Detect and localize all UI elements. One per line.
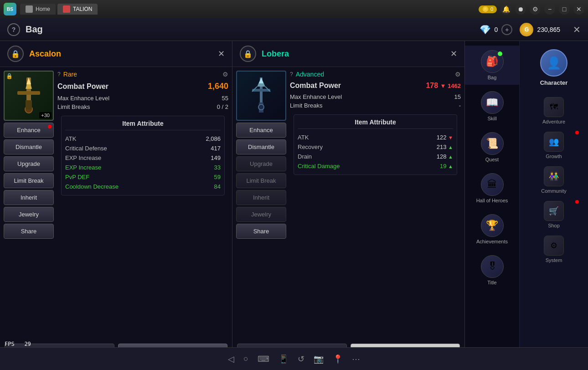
app-area: ? Bag 💎 0 + G 230,865 ✕ 🔒 Ascalon ✕	[0, 18, 588, 370]
content-area: 🔒 Ascalon ✕	[0, 41, 588, 370]
home-tab-icon	[26, 5, 33, 13]
bottom-bar: ◁ ○ ⌨ 📱 ↺ 📷 📍 ⋯	[0, 347, 588, 370]
ascalon-attr-critdef: Critical Defense 417	[65, 144, 221, 153]
bag-nav-icon: 🎒	[481, 50, 504, 73]
ascalon-share-button[interactable]: Share	[4, 224, 54, 239]
lobera-jewelry-button[interactable]: Jewelry	[236, 207, 286, 222]
record-button[interactable]: ⏺	[515, 4, 526, 15]
ascalon-limitbreak-button[interactable]: Limit Break	[4, 173, 54, 188]
lobera-upgrade-button[interactable]: Upgrade	[236, 156, 286, 171]
keyboard-button[interactable]: ⌨	[258, 354, 269, 364]
titlebar-controls: 🪙 0 🔔 ⏺ ⚙ − □ ✕	[479, 4, 584, 15]
lobera-header: 🔒 Lobera ✕	[232, 41, 464, 67]
nav-item-quest[interactable]: 📜 Quest	[465, 128, 519, 167]
character-main: 👤 Character	[521, 46, 586, 93]
screenshot-button[interactable]: 📷	[314, 354, 324, 364]
close-button[interactable]: ✕	[573, 4, 584, 15]
lobera-close-button[interactable]: ✕	[450, 49, 457, 59]
location-button[interactable]: 📍	[333, 354, 343, 364]
adventure-icon: 🗺	[544, 97, 564, 117]
lobera-limitbreaks-value: -	[459, 102, 461, 109]
ascalon-attr-cooldown: Cooldown Decrease 84	[65, 182, 221, 191]
bluestacks-logo: BS	[4, 3, 16, 15]
right-nav: 🎒 Bag 📖 Skill 📜 Quest	[465, 41, 588, 370]
lobera-panel: 🔒 Lobera ✕	[232, 41, 465, 370]
maximize-button[interactable]: □	[559, 4, 570, 15]
nav-item-achievements[interactable]: 🏆 Achievements	[465, 210, 519, 249]
bag-notification-dot	[498, 51, 502, 56]
lobera-limitbreak-button[interactable]: Limit Break	[236, 173, 286, 188]
lobera-settings-icon[interactable]: ⚙	[455, 71, 461, 78]
lobera-jewelry-label: Jewelry	[251, 211, 271, 218]
lobera-cp-label: Combat Power	[290, 82, 341, 90]
lobera-lock-icon[interactable]: 🔒	[240, 46, 256, 62]
shop-label: Shop	[548, 223, 560, 228]
lobera-dismantle-button[interactable]: Dismantle	[236, 139, 286, 154]
nav-item-adventure[interactable]: 🗺 Adventure	[521, 93, 586, 128]
lobera-share-button[interactable]: Share	[236, 224, 286, 239]
screen-button[interactable]: 📱	[279, 354, 289, 364]
nav-icons-column: 🎒 Bag 📖 Skill 📜 Quest	[465, 41, 520, 370]
lobera-cp-value: 178	[426, 82, 438, 89]
ascalon-close-button[interactable]: ✕	[218, 49, 225, 59]
nav-item-shop[interactable]: 🛒 Shop	[521, 197, 586, 232]
ascalon-attr-exp: EXP Increase 149	[65, 153, 221, 163]
ascalon-limitbreaks-row: Limit Breaks 0 / 2	[57, 103, 228, 110]
nav-item-growth[interactable]: 👥 Growth	[521, 128, 586, 163]
lobera-max-enhance-label: Max Enhance Level	[290, 93, 342, 100]
home-button[interactable]: ○	[243, 354, 248, 364]
ascalon-enhance-button[interactable]: Enhance	[4, 123, 54, 138]
notification-button[interactable]: 🔔	[500, 4, 511, 15]
rotate-button[interactable]: ↺	[298, 354, 304, 364]
lobera-inherit-button[interactable]: Inherit	[236, 190, 286, 205]
character-avatar-icon[interactable]: 👤	[540, 49, 567, 77]
game-tab[interactable]: TALION	[57, 4, 98, 15]
ascalon-max-enhance-label: Max Enhance Level	[57, 95, 109, 102]
help-button[interactable]: ?	[7, 23, 20, 36]
lobera-limitbreak-label: Limit Break	[246, 177, 276, 184]
system-icon: ⚙	[544, 236, 564, 256]
nav-item-title[interactable]: 🎖 Title	[465, 251, 519, 290]
ascalon-attr-exp-green: EXP Increase 33	[65, 163, 221, 172]
lobera-max-enhance-value: 15	[454, 93, 461, 100]
character-label: Character	[540, 79, 568, 86]
diamond-icon: 💎	[480, 24, 491, 35]
enhance-notification-dot	[48, 125, 52, 128]
ascalon-enhance-row: Max Enhance Level 55	[57, 95, 228, 102]
ascalon-level-badge: +30	[39, 112, 52, 118]
lobera-attr-atk: ATK 122 ▼	[298, 133, 453, 142]
lobera-quality: Advanced	[296, 71, 324, 78]
add-diamond-button[interactable]: +	[501, 24, 512, 35]
back-button[interactable]: ◁	[228, 354, 234, 364]
quality-settings-icon[interactable]: ⚙	[222, 71, 228, 78]
ascalon-jewelry-button[interactable]: Jewelry	[4, 207, 54, 222]
growth-icon: 👥	[544, 132, 564, 152]
achievements-nav-label: Achievements	[476, 239, 508, 244]
hall-of-heroes-nav-label: Hall of Heroes	[476, 198, 508, 203]
nav-item-hall-of-heroes[interactable]: 🏛 Hall of Heroes	[465, 169, 519, 208]
ascalon-limitbreaks-value: 0 / 2	[217, 103, 228, 110]
nav-item-community[interactable]: 👫 Community	[521, 163, 586, 197]
settings-button[interactable]: ⚙	[530, 4, 541, 15]
svg-rect-1	[17, 91, 40, 95]
ascalon-upgrade-button[interactable]: Upgrade	[4, 156, 54, 171]
minimize-button[interactable]: −	[544, 4, 555, 15]
bag-close-button[interactable]: ✕	[573, 24, 581, 35]
more-button[interactable]: ⋯	[352, 354, 360, 364]
home-tab[interactable]: Home	[20, 4, 56, 15]
ascalon-limitbreaks-label: Limit Breaks	[57, 103, 90, 110]
nav-item-bag[interactable]: 🎒 Bag	[465, 46, 519, 85]
nav-item-skill[interactable]: 📖 Skill	[465, 87, 519, 126]
gold-icon: G	[520, 23, 533, 36]
ascalon-inherit-button[interactable]: Inherit	[4, 190, 54, 205]
svg-rect-5	[26, 100, 32, 109]
ascalon-lock-icon[interactable]: 🔒	[7, 46, 24, 62]
ascalon-quality-line: ? Rare ⚙	[57, 71, 228, 78]
ascalon-attr-title: Item Attribute	[65, 120, 221, 130]
svg-point-11	[258, 104, 264, 110]
nav-item-system[interactable]: ⚙ System	[521, 232, 586, 267]
fps-label: FPS	[5, 341, 15, 347]
ascalon-dismantle-button[interactable]: Dismantle	[4, 139, 54, 154]
lobera-enhance-button[interactable]: Enhance	[236, 123, 286, 138]
hall-of-heroes-nav-icon: 🏛	[481, 173, 504, 196]
